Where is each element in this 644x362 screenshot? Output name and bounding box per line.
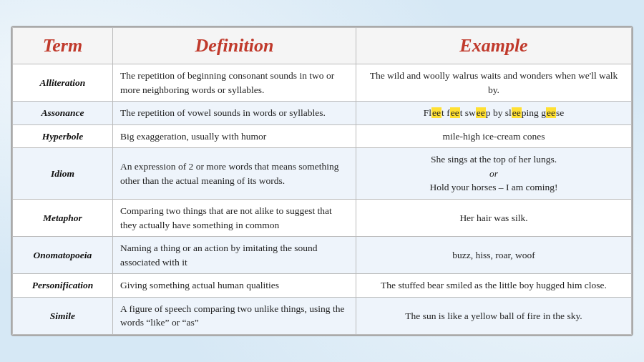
table-row: HyperboleBig exaggeration, usually with … — [13, 124, 632, 148]
header-example: Example — [356, 28, 632, 64]
table-row: AssonanceThe repetition of vowel sounds … — [13, 102, 632, 125]
term-cell: Idiom — [13, 148, 113, 200]
term-cell: Alliteration — [13, 64, 113, 102]
definition-cell: Giving something actual human qualities — [113, 274, 356, 298]
table-row: OnomatopoeiaNaming a thing or an action … — [13, 237, 632, 274]
example-cell: The wild and woolly walrus waits and won… — [356, 64, 632, 102]
term-cell: Simile — [13, 297, 113, 334]
header-term: Term — [13, 28, 113, 64]
definition-cell: An expression of 2 or more words that me… — [113, 148, 356, 200]
example-cell: Fleet feet sweep by sleeping geese — [356, 102, 632, 125]
table-row: SimileA figure of speech comparing two u… — [13, 297, 632, 334]
term-cell: Onomatopoeia — [13, 237, 113, 274]
table-row: PersonificationGiving something actual h… — [13, 274, 632, 298]
definition-cell: The repetition of beginning consonant so… — [113, 64, 356, 102]
header-definition: Definition — [113, 28, 356, 64]
example-cell: mile-high ice-cream cones — [356, 124, 632, 148]
literary-terms-table: Term Definition Example AlliterationThe … — [12, 27, 632, 335]
main-table-wrapper: Term Definition Example AlliterationThe … — [11, 26, 633, 336]
definition-cell: The repetition of vowel sounds in words … — [113, 102, 356, 125]
definition-cell: Big exaggeration, usually with humor — [113, 124, 356, 148]
table-header-row: Term Definition Example — [13, 28, 632, 64]
term-cell: Personification — [13, 274, 113, 298]
table-row: MetaphorComparing two things that are no… — [13, 200, 632, 237]
definition-cell: A figure of speech comparing two unlike … — [113, 297, 356, 334]
example-cell: Her hair was silk. — [356, 200, 632, 237]
definition-cell: Naming a thing or an action by imitating… — [113, 237, 356, 274]
example-cell: buzz, hiss, roar, woof — [356, 237, 632, 274]
table-row: IdiomAn expression of 2 or more words th… — [13, 148, 632, 200]
definition-cell: Comparing two things that are not alike … — [113, 200, 356, 237]
example-cell: She sings at the top of her lungs.orHold… — [356, 148, 632, 200]
example-cell: The sun is like a yellow ball of fire in… — [356, 297, 632, 334]
example-cell: The stuffed bear smiled as the little bo… — [356, 274, 632, 298]
term-cell: Hyperbole — [13, 124, 113, 148]
term-cell: Metaphor — [13, 200, 113, 237]
term-cell: Assonance — [13, 102, 113, 125]
table-row: AlliterationThe repetition of beginning … — [13, 64, 632, 102]
